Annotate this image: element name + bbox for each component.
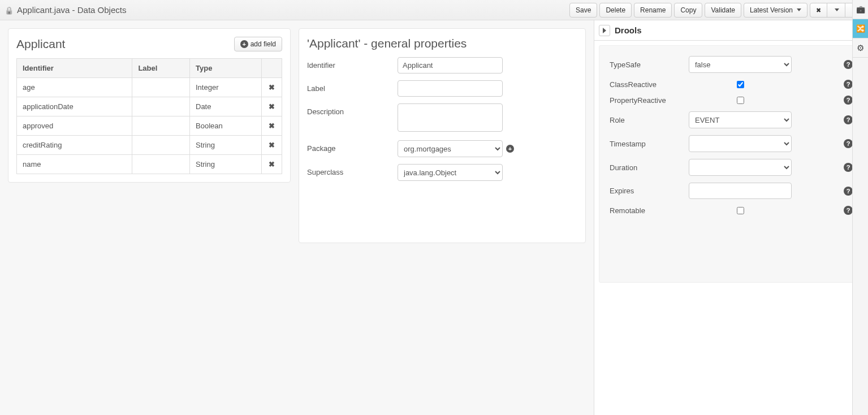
- label-description: Description: [307, 103, 398, 116]
- briefcase-icon: [856, 5, 865, 14]
- label-timestamp: Timestamp: [610, 140, 689, 148]
- lock-icon: [5, 5, 14, 15]
- editor-toolbar: Applicant.java - Data Objects Save Delet…: [0, 0, 868, 20]
- help-icon[interactable]: ?: [844, 187, 853, 196]
- page-title: Applicant.java - Data Objects: [5, 5, 126, 15]
- chevron-right-icon: [603, 28, 606, 33]
- drools-header: Drools: [594, 20, 868, 41]
- caret-down-button[interactable]: [827, 3, 845, 18]
- propertyreactive-checkbox[interactable]: [737, 97, 744, 104]
- delete-icon: [269, 160, 275, 168]
- add-field-label: add field: [251, 40, 276, 48]
- cell-label: [132, 155, 190, 174]
- toolbar-actions: Save Delete Rename Copy Validate Latest …: [569, 3, 863, 18]
- content-area: Applicant + add field Identifier Label T…: [0, 20, 594, 415]
- cell-identifier: name: [17, 155, 132, 174]
- label-role: Role: [610, 116, 689, 124]
- remotable-checkbox[interactable]: [737, 207, 744, 214]
- table-row[interactable]: applicationDateDate: [17, 97, 282, 116]
- plus-icon: +: [240, 40, 248, 48]
- cell-label: [132, 97, 190, 116]
- cell-label: [132, 116, 190, 136]
- cell-type: String: [190, 136, 262, 155]
- rail-settings[interactable]: [853, 38, 869, 58]
- label-identifier: Identifier: [307, 57, 398, 70]
- help-icon[interactable]: ?: [844, 206, 853, 215]
- table-row[interactable]: ageInteger: [17, 78, 282, 97]
- rail-shuffle[interactable]: [853, 19, 869, 38]
- label-remotable: Remotable: [610, 206, 689, 215]
- gear-icon: [857, 43, 864, 53]
- cell-type: Integer: [190, 78, 262, 97]
- col-type: Type: [190, 59, 262, 78]
- superclass-select[interactable]: java.lang.Object: [398, 164, 503, 181]
- help-icon[interactable]: ?: [844, 163, 853, 172]
- delete-icon: [269, 102, 275, 111]
- classreactive-checkbox[interactable]: [737, 81, 744, 88]
- caret-down-icon: [797, 8, 801, 11]
- cell-identifier: creditRating: [17, 136, 132, 155]
- fields-panel-title: Applicant: [16, 37, 65, 51]
- help-icon[interactable]: ?: [844, 80, 853, 89]
- shuffle-icon: [856, 24, 865, 33]
- delete-icon: [269, 122, 275, 130]
- title-text: Applicant.java - Data Objects: [17, 5, 126, 15]
- col-action: [262, 59, 282, 78]
- table-row[interactable]: nameString: [17, 155, 282, 174]
- general-panel-title: 'Applicant' - general properties: [307, 37, 467, 50]
- label-superclass: Superclass: [307, 164, 398, 176]
- delete-icon: [269, 141, 275, 149]
- cell-identifier: applicationDate: [17, 97, 132, 116]
- fields-panel: Applicant + add field Identifier Label T…: [8, 28, 291, 183]
- help-icon[interactable]: ?: [844, 115, 853, 124]
- cell-delete[interactable]: [262, 97, 282, 116]
- copy-button[interactable]: Copy: [674, 3, 702, 18]
- drools-sidebar: Drools TypeSafe false ? ClassReactive ? …: [594, 20, 868, 415]
- col-label: Label: [132, 59, 190, 78]
- cell-label: [132, 78, 190, 97]
- cell-identifier: age: [17, 78, 132, 97]
- save-button[interactable]: Save: [569, 3, 597, 18]
- package-select[interactable]: org.mortgages: [398, 140, 503, 157]
- cell-type: Date: [190, 97, 262, 116]
- col-identifier: Identifier: [17, 59, 132, 78]
- typesafe-select[interactable]: false: [689, 56, 792, 73]
- label-label: Label: [307, 80, 398, 93]
- label-expires: Expires: [610, 187, 689, 195]
- role-select[interactable]: EVENT: [689, 111, 792, 128]
- latest-version-dropdown[interactable]: Latest Version: [744, 3, 807, 18]
- description-input[interactable]: [398, 103, 503, 132]
- cell-delete[interactable]: [262, 78, 282, 97]
- cell-delete[interactable]: [262, 155, 282, 174]
- delete-button[interactable]: Delete: [599, 3, 632, 18]
- timestamp-select[interactable]: [689, 135, 792, 152]
- help-icon[interactable]: ?: [844, 60, 853, 69]
- collapse-drools-button[interactable]: [599, 25, 610, 36]
- cell-delete[interactable]: [262, 136, 282, 155]
- table-row[interactable]: approvedBoolean: [17, 116, 282, 136]
- caret-down-icon: [835, 8, 839, 11]
- close-button[interactable]: [810, 3, 827, 18]
- help-icon[interactable]: ?: [844, 96, 853, 105]
- cell-delete[interactable]: [262, 116, 282, 136]
- label-classreactive: ClassReactive: [610, 80, 689, 89]
- table-row[interactable]: creditRatingString: [17, 136, 282, 155]
- label-input[interactable]: [398, 80, 503, 97]
- drools-body: TypeSafe false ? ClassReactive ? Propert…: [599, 45, 863, 283]
- rename-button[interactable]: Rename: [634, 3, 672, 18]
- right-rail: [852, 0, 868, 415]
- expires-input[interactable]: [689, 183, 792, 199]
- fields-table: Identifier Label Type ageIntegerapplicat…: [16, 58, 282, 174]
- validate-button[interactable]: Validate: [705, 3, 741, 18]
- add-field-button[interactable]: + add field: [234, 37, 282, 51]
- rail-briefcase[interactable]: [853, 0, 869, 19]
- duration-select[interactable]: [689, 159, 792, 176]
- cell-identifier: approved: [17, 116, 132, 136]
- label-package: Package: [307, 140, 398, 153]
- new-package-icon[interactable]: +: [506, 145, 514, 153]
- cell-type: String: [190, 155, 262, 174]
- drools-title: Drools: [615, 25, 642, 35]
- identifier-input[interactable]: [398, 57, 503, 74]
- label-propertyreactive: PropertyReactive: [610, 96, 689, 105]
- help-icon[interactable]: ?: [844, 139, 853, 148]
